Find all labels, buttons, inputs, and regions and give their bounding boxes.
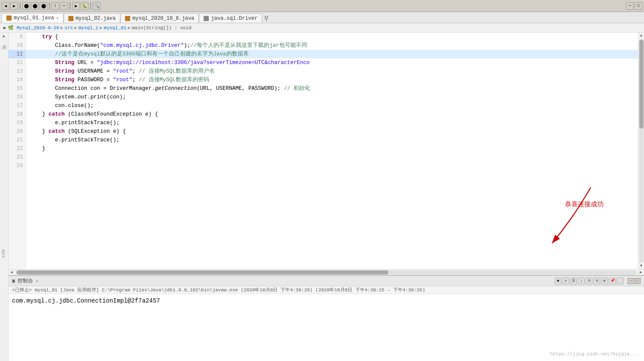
console-btn-expand[interactable]: ⬜ (617, 278, 623, 285)
tab-overflow[interactable]: ⚲ (262, 13, 271, 23)
toolbar-btn-run[interactable]: ▶ (72, 2, 80, 10)
console-output-line: com.mysql.cj.jdbc.ConnectionImpl@2f7a245… (12, 297, 641, 304)
console-btn-paste[interactable]: ⎗ (593, 278, 600, 285)
line-num-22: 22 (9, 144, 25, 153)
h-scrollbar-track[interactable] (16, 270, 636, 275)
line-num-24: 24 (9, 162, 25, 170)
code-line-22: } (26, 144, 638, 153)
console-btn-terminate[interactable]: ■ (555, 278, 562, 285)
code-line-23 (26, 153, 638, 162)
line-numbers: 9 10 11 12 13 14 15 16 17 18 19 20 21 22… (9, 33, 26, 269)
line-num-15: 15 (9, 84, 25, 93)
console-header-left: ▣ 控制台 ✕ (12, 277, 553, 285)
line-num-16: 16 (9, 93, 25, 101)
console-btn-remove[interactable]: ✕ (562, 278, 569, 285)
toolbar-btn-search[interactable]: 🔍 (93, 2, 101, 10)
h-scrollbar-thumb[interactable] (16, 270, 388, 275)
toolbar-btn-1[interactable]: ⬤ (22, 2, 30, 10)
tab-label-2: mysql_02.java (76, 15, 116, 21)
code-line-14: String PASSWORD = "root"; // 连接MySQL数据库的… (26, 76, 638, 84)
line-num-13: 13 (9, 67, 25, 76)
code-lines: try { Class.forName("com.mysql.cj.jdbc.D… (26, 33, 638, 170)
toolbar-btn-maximize[interactable]: □ (635, 2, 642, 10)
console-maximize-btn[interactable]: □ (635, 278, 641, 284)
line-num-10: 10 (9, 41, 25, 50)
tab-label-1: mysql_01.java (14, 15, 54, 21)
breadcrumb-src[interactable]: src (64, 25, 73, 31)
line-num-9: 9 (9, 33, 25, 41)
v-scrollbar-track[interactable] (639, 40, 644, 262)
code-line-21: e.printStackTrace(); (26, 136, 638, 144)
console-btn-settings[interactable]: ⚙ (601, 278, 608, 285)
code-line-13: String USERNAME = "root"; // 连接MySQL数据库的… (26, 67, 638, 76)
tab-bar: mysql_01.java ✕ mysql_02.java mysql_2020… (0, 12, 644, 23)
toolbar-btn-5[interactable]: ↔ (60, 2, 68, 10)
console-status-text: <已终止> mysql_01 [Java 应用程序] C:\Program Fi… (12, 287, 425, 293)
breadcrumb-project[interactable]: Mysql_2020-9-29 (17, 25, 59, 31)
line-num-19: 19 (9, 119, 25, 127)
code-line-18: } catch (ClassNotFoundException e) { (26, 110, 638, 119)
annotation-arrow (518, 183, 612, 252)
console-btn-scroll[interactable]: ⇩ (578, 278, 585, 285)
breadcrumb-arrow: ▶ (3, 25, 6, 31)
h-scroll-right[interactable]: ▶ (638, 269, 644, 275)
code-line-10: Class.forName("com.mysql.cj.jdbc.Driver"… (26, 41, 638, 50)
watermark: https://jjcg.csdn.net/hsjqja... (550, 352, 638, 357)
toolbar-btn-3[interactable]: ⬤ (40, 2, 47, 10)
line-num-14: 14 (9, 76, 25, 84)
annotation-text: 恭喜连接成功 (565, 200, 604, 208)
tab-close-1[interactable]: ✕ (56, 15, 59, 21)
code-line-20: } catch (SQLException e) { (26, 127, 638, 136)
toolbar-btn-forward[interactable]: ▶ (10, 2, 18, 10)
code-line-15: Connection con = DriverManager.getConnec… (26, 84, 638, 93)
console-btn-clear[interactable]: ☰ (570, 278, 577, 285)
toolbar-sep-2 (49, 2, 50, 10)
annotation-container: 恭喜连接成功 (565, 200, 604, 208)
toolbar-btn-back[interactable]: ◀ (2, 2, 9, 10)
tab-mysql-2020[interactable]: mysql_2020_10_8.java (120, 13, 199, 23)
tab-java-icon-1 (6, 15, 12, 21)
tab-label-4: java.sql.Driver (211, 15, 257, 21)
console-minimize-btn[interactable]: ─ (628, 278, 634, 284)
breadcrumb-class[interactable]: mysql_01 (104, 25, 127, 31)
toolbar-btn-debug[interactable]: 🐛 (81, 2, 89, 10)
v-scroll-down[interactable]: ▼ (638, 263, 644, 269)
code-line-12: String URL = "jdbc:mysql://localhost:330… (26, 58, 638, 67)
toolbar-btn-2[interactable]: ⬤ (31, 2, 39, 10)
breadcrumb: ▶ 🌿 Mysql_2020-9-29 ▶ src ▶ mysql_1 ▶ my… (0, 23, 644, 33)
console-header: ▣ 控制台 ✕ ■ ✕ ☰ ⇩ ⎘ ⎗ ⚙ 📌 ⬜ ─ □ (9, 276, 644, 286)
tab-mysql02[interactable]: mysql_02.java (64, 13, 121, 23)
console-btn-copy[interactable]: ⎘ (586, 278, 592, 285)
line-num-18: 18 (9, 110, 25, 119)
console-icon: ▣ (12, 278, 15, 284)
tab-java-icon-3 (125, 16, 130, 21)
line-num-23: 23 (9, 153, 25, 162)
line-num-17: 17 (9, 101, 25, 110)
console-output: com.mysql.cj.jdbc.ConnectionImpl@2f7a245… (9, 294, 644, 361)
line-num-11: 11 (9, 50, 25, 58)
breadcrumb-package[interactable]: mysql_1 (79, 25, 98, 31)
tab-driver[interactable]: java.sql.Driver (199, 13, 262, 23)
toolbar-sep-4 (90, 2, 91, 10)
v-scrollbar[interactable]: ▲ ▼ (638, 33, 644, 269)
tab-java-icon-2 (68, 16, 73, 21)
toolbar-sep-1 (20, 2, 21, 10)
code-line-17: con.close(); (26, 101, 638, 110)
v-scrollbar-thumb[interactable] (639, 40, 644, 128)
tab-driver-icon (204, 16, 209, 21)
left-label-ass: ass (1, 249, 6, 258)
toolbar-btn-minimize[interactable]: ─ (626, 2, 634, 10)
code-line-24 (26, 162, 638, 170)
code-line-9: try { (26, 33, 638, 41)
toolbar-btn-4[interactable]: ↕ (52, 2, 59, 10)
console-btn-pin[interactable]: 📌 (609, 278, 616, 285)
v-scroll-up[interactable]: ▲ (638, 33, 644, 39)
code-line-16: System.out.print(con); (26, 93, 638, 101)
h-scrollbar[interactable]: ◀ ▶ (9, 269, 644, 275)
code-content[interactable]: try { Class.forName("com.mysql.cj.jdbc.D… (26, 33, 638, 269)
editor-area: 9 10 11 12 13 14 15 16 17 18 19 20 21 22… (9, 33, 644, 361)
tab-mysql01[interactable]: mysql_01.java ✕ (2, 13, 64, 23)
h-scroll-left[interactable]: ◀ (9, 269, 15, 275)
console-panel: ▣ 控制台 ✕ ■ ✕ ☰ ⇩ ⎘ ⎗ ⚙ 📌 ⬜ ─ □ (9, 275, 644, 361)
sidebar-collapse-arrow[interactable]: ▶ (3, 34, 5, 39)
